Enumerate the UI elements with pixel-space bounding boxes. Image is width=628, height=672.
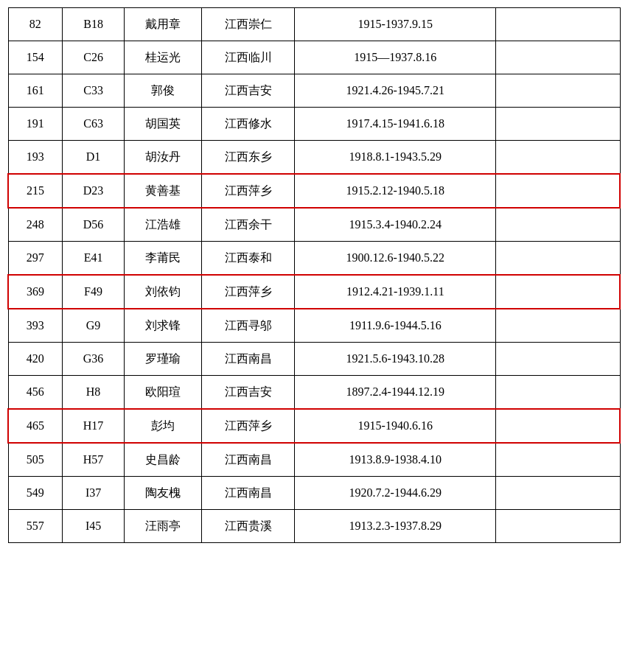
table-row: 297E41李莆民江西泰和1900.12.6-1940.5.22 bbox=[8, 242, 620, 276]
cell-dates: 1915-1940.6.16 bbox=[295, 409, 496, 443]
cell-dates: 1911.9.6-1944.5.16 bbox=[295, 309, 496, 343]
cell-note bbox=[496, 343, 620, 376]
cell-code: D1 bbox=[63, 141, 125, 175]
cell-name: 黄善基 bbox=[125, 174, 202, 208]
cell-dates: 1897.2.4-1944.12.19 bbox=[295, 376, 496, 410]
cell-place: 江西崇仁 bbox=[202, 8, 295, 41]
cell-place: 江西修水 bbox=[202, 108, 295, 141]
cell-place: 江西萍乡 bbox=[202, 174, 295, 208]
cell-note bbox=[496, 376, 620, 410]
cell-code: G36 bbox=[63, 343, 125, 376]
cell-place: 江西吉安 bbox=[202, 74, 295, 108]
cell-code: H57 bbox=[63, 443, 125, 477]
cell-id: 161 bbox=[8, 74, 63, 108]
cell-note bbox=[496, 309, 620, 343]
table-row: 393G9刘求锋江西寻邬1911.9.6-1944.5.16 bbox=[8, 309, 620, 343]
cell-name: 郭俊 bbox=[125, 74, 202, 108]
cell-dates: 1920.7.2-1944.6.29 bbox=[295, 477, 496, 510]
table-row: 465H17彭均江西萍乡1915-1940.6.16 bbox=[8, 409, 620, 443]
table-row: 161C33郭俊江西吉安1921.4.26-1945.7.21 bbox=[8, 74, 620, 108]
cell-dates: 1915—1937.8.16 bbox=[295, 41, 496, 74]
cell-note bbox=[496, 141, 620, 175]
cell-dates: 1900.12.6-1940.5.22 bbox=[295, 242, 496, 276]
cell-name: 陶友槐 bbox=[125, 477, 202, 510]
cell-id: 557 bbox=[8, 510, 63, 543]
table-row: 456H8欧阳瑄江西吉安1897.2.4-1944.12.19 bbox=[8, 376, 620, 410]
cell-dates: 1913.2.3-1937.8.29 bbox=[295, 510, 496, 543]
cell-code: B18 bbox=[63, 8, 125, 41]
cell-name: 汪雨亭 bbox=[125, 510, 202, 543]
cell-dates: 1915.3.4-1940.2.24 bbox=[295, 208, 496, 242]
cell-code: D56 bbox=[63, 208, 125, 242]
cell-id: 248 bbox=[8, 208, 63, 242]
cell-name: 刘依钧 bbox=[125, 275, 202, 309]
cell-note bbox=[496, 174, 620, 208]
data-table: 82B18戴用章江西崇仁1915-1937.9.15154C26桂运光江西临川1… bbox=[7, 7, 621, 543]
table-row: 369F49刘依钧江西萍乡1912.4.21-1939.1.11 bbox=[8, 275, 620, 309]
cell-dates: 1915.2.12-1940.5.18 bbox=[295, 174, 496, 208]
cell-note bbox=[496, 8, 620, 41]
cell-id: 369 bbox=[8, 275, 63, 309]
cell-dates: 1912.4.21-1939.1.11 bbox=[295, 275, 496, 309]
cell-code: G9 bbox=[63, 309, 125, 343]
cell-name: 戴用章 bbox=[125, 8, 202, 41]
cell-id: 456 bbox=[8, 376, 63, 410]
cell-code: F49 bbox=[63, 275, 125, 309]
cell-place: 江西南昌 bbox=[202, 443, 295, 477]
cell-note bbox=[496, 510, 620, 543]
cell-dates: 1921.5.6-1943.10.28 bbox=[295, 343, 496, 376]
table-row: 557I45汪雨亭江西贵溪1913.2.3-1937.8.29 bbox=[8, 510, 620, 543]
cell-note bbox=[496, 208, 620, 242]
cell-id: 193 bbox=[8, 141, 63, 175]
cell-name: 欧阳瑄 bbox=[125, 376, 202, 410]
cell-id: 82 bbox=[8, 8, 63, 41]
table-row: 191C63胡国英江西修水1917.4.15-1941.6.18 bbox=[8, 108, 620, 141]
cell-id: 191 bbox=[8, 108, 63, 141]
main-table-container: 82B18戴用章江西崇仁1915-1937.9.15154C26桂运光江西临川1… bbox=[7, 7, 621, 543]
cell-dates: 1913.8.9-1938.4.10 bbox=[295, 443, 496, 477]
cell-code: C26 bbox=[63, 41, 125, 74]
cell-note bbox=[496, 41, 620, 74]
cell-dates: 1915-1937.9.15 bbox=[295, 8, 496, 41]
cell-code: I37 bbox=[63, 477, 125, 510]
cell-place: 江西临川 bbox=[202, 41, 295, 74]
cell-note bbox=[496, 242, 620, 276]
cell-code: D23 bbox=[63, 174, 125, 208]
cell-place: 江西萍乡 bbox=[202, 275, 295, 309]
cell-place: 江西萍乡 bbox=[202, 409, 295, 443]
cell-place: 江西南昌 bbox=[202, 343, 295, 376]
cell-id: 505 bbox=[8, 443, 63, 477]
table-row: 248D56江浩雄江西余干1915.3.4-1940.2.24 bbox=[8, 208, 620, 242]
cell-place: 江西泰和 bbox=[202, 242, 295, 276]
cell-dates: 1921.4.26-1945.7.21 bbox=[295, 74, 496, 108]
cell-note bbox=[496, 108, 620, 141]
table-row: 420G36罗瑾瑜江西南昌1921.5.6-1943.10.28 bbox=[8, 343, 620, 376]
cell-note bbox=[496, 443, 620, 477]
cell-id: 549 bbox=[8, 477, 63, 510]
cell-place: 江西余干 bbox=[202, 208, 295, 242]
cell-name: 胡国英 bbox=[125, 108, 202, 141]
cell-code: C63 bbox=[63, 108, 125, 141]
cell-code: C33 bbox=[63, 74, 125, 108]
cell-note bbox=[496, 477, 620, 510]
cell-id: 297 bbox=[8, 242, 63, 276]
table-row: 193D1胡汝丹江西东乡1918.8.1-1943.5.29 bbox=[8, 141, 620, 175]
cell-place: 江西东乡 bbox=[202, 141, 295, 175]
cell-name: 罗瑾瑜 bbox=[125, 343, 202, 376]
table-row: 505H57史昌龄江西南昌1913.8.9-1938.4.10 bbox=[8, 443, 620, 477]
cell-dates: 1917.4.15-1941.6.18 bbox=[295, 108, 496, 141]
table-row: 82B18戴用章江西崇仁1915-1937.9.15 bbox=[8, 8, 620, 41]
cell-code: I45 bbox=[63, 510, 125, 543]
cell-id: 154 bbox=[8, 41, 63, 74]
cell-place: 江西吉安 bbox=[202, 376, 295, 410]
cell-note bbox=[496, 74, 620, 108]
cell-name: 桂运光 bbox=[125, 41, 202, 74]
cell-place: 江西贵溪 bbox=[202, 510, 295, 543]
cell-id: 393 bbox=[8, 309, 63, 343]
cell-place: 江西寻邬 bbox=[202, 309, 295, 343]
cell-name: 李莆民 bbox=[125, 242, 202, 276]
cell-code: H17 bbox=[63, 409, 125, 443]
cell-name: 刘求锋 bbox=[125, 309, 202, 343]
table-row: 549I37陶友槐江西南昌1920.7.2-1944.6.29 bbox=[8, 477, 620, 510]
cell-note bbox=[496, 275, 620, 309]
